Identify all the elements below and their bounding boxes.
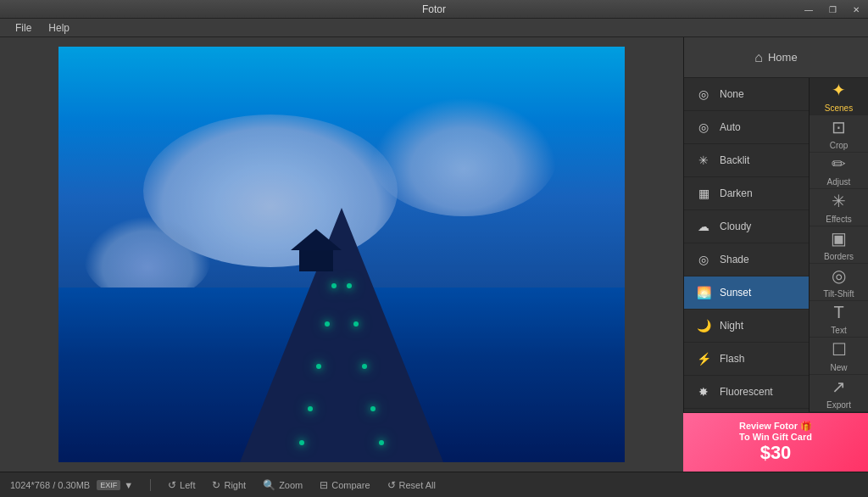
home-section: ⌂ Home [683, 37, 868, 78]
toolbar-label-crop: Crop [830, 141, 849, 150]
scene-icon-flash: ⚡ [694, 349, 713, 368]
menubar: File Help [0, 19, 868, 37]
toolbar-icon-export: ↗ [832, 377, 846, 397]
canvas-area [0, 37, 683, 472]
file-size-label: 1024*768 / 0.30MB [10, 480, 90, 490]
app-title: Fotor [422, 3, 446, 15]
toolbar-item-adjust[interactable]: ✏Adjust [810, 153, 869, 190]
toolbar-icon-effects: ✳ [832, 191, 846, 211]
toolbar-item-tiltshift[interactable]: ◎Tilt-Shift [810, 264, 869, 301]
scene-icon-fluorescent: ✸ [694, 383, 713, 401]
toolbar-label-export: Export [826, 400, 851, 410]
toolbar-label-scenes: Scenes [825, 103, 853, 113]
toolbar-icon-new: ☐ [832, 339, 847, 360]
zoom[interactable]: 🔍 Zoom [263, 479, 303, 491]
main-area: ⌂ Home ◎None◎Auto✳Backlit▦Darken☁Cloudy◎… [0, 37, 868, 472]
rotate-right-icon: ↻ [212, 479, 220, 491]
scene-label-flash: Flash [720, 353, 798, 365]
scene-label-shade: Shade [720, 254, 798, 265]
scene-label-auto: Auto [720, 121, 798, 133]
scene-label-cloudy: Cloudy [720, 221, 798, 232]
compare[interactable]: ⊟ Compare [320, 479, 370, 491]
rotate-left-icon: ↺ [168, 479, 176, 491]
ad-banner[interactable]: Review Fotor 🎁 To Win Gift Card $30 [683, 412, 868, 472]
toolbar-icon-text: T [833, 303, 843, 322]
minimize-button[interactable]: — [797, 0, 821, 19]
scene-label-darken: Darken [720, 187, 798, 199]
close-button[interactable]: ✕ [844, 0, 868, 19]
ad-line1: Review Fotor 🎁 [739, 421, 812, 432]
toolbar-icon-adjust: ✏ [832, 154, 846, 174]
titlebar: Fotor — ❐ ✕ [0, 0, 868, 19]
blue-overlay [58, 47, 625, 462]
toolbar-icon-tiltshift: ◎ [832, 265, 846, 286]
zoom-icon: 🔍 [263, 479, 275, 491]
scene-item-auto[interactable]: ◎Auto [684, 111, 809, 144]
scene-label-none: None [720, 88, 798, 100]
toolbar-icon-borders: ▣ [831, 228, 847, 248]
home-button[interactable]: ⌂ Home [737, 45, 814, 70]
scene-icon-none: ◎ [694, 85, 713, 103]
toolbar-item-effects[interactable]: ✳Effects [810, 189, 869, 226]
scene-item-flash[interactable]: ⚡Flash [684, 343, 809, 376]
scene-icon-night: 🌙 [694, 316, 713, 335]
toolbar-item-export[interactable]: ↗Export [810, 375, 869, 412]
scene-label-fluorescent: Fluorescent [720, 386, 798, 398]
toolbar-item-new[interactable]: ☐New [810, 338, 869, 375]
compare-label: Compare [331, 480, 370, 490]
separator [150, 479, 151, 491]
right-side: ⌂ Home ◎None◎Auto✳Backlit▦Darken☁Cloudy◎… [683, 37, 868, 472]
toolbar-item-crop[interactable]: ⊡Crop [810, 115, 869, 153]
ad-price: $30 [760, 442, 792, 464]
scene-icon-cloudy: ☁ [694, 217, 713, 236]
rotate-left[interactable]: ↺ Left [168, 479, 195, 491]
home-label: Home [768, 51, 798, 64]
toolbar-icon-scenes: ✦ [832, 80, 846, 100]
rotate-right[interactable]: ↻ Right [212, 479, 246, 491]
toolbar-label-new: New [830, 363, 847, 372]
menu-help[interactable]: Help [40, 20, 78, 36]
photo-canvas [58, 47, 625, 462]
scene-label-sunset: Sunset [720, 287, 798, 299]
reset-icon: ↺ [387, 479, 396, 491]
toolbar-item-borders[interactable]: ▣Borders [810, 226, 869, 264]
scene-item-shade[interactable]: ◎Shade [684, 243, 809, 276]
right-toolbar: ✦Scenes⊡Crop✏Adjust✳Effects▣Borders◎Tilt… [809, 78, 868, 412]
scene-icon-sunset: 🌅 [694, 283, 713, 302]
scene-icon-darken: ▦ [694, 184, 713, 203]
ad-line2: To Win Gift Card [739, 432, 812, 442]
left-label: Left [180, 480, 195, 490]
scene-item-fluorescent[interactable]: ✸Fluorescent [684, 376, 809, 409]
home-icon: ⌂ [754, 50, 763, 65]
scene-item-backlit[interactable]: ✳Backlit [684, 144, 809, 177]
toolbar-item-text[interactable]: TText [810, 301, 869, 338]
scene-label-night: Night [720, 320, 798, 332]
toolbar-item-scenes[interactable]: ✦Scenes [810, 78, 869, 115]
right-label: Right [224, 480, 246, 490]
toolbar-label-tiltshift: Tilt-Shift [823, 289, 854, 299]
menu-file[interactable]: File [7, 20, 40, 36]
scene-icon-shade: ◎ [694, 250, 713, 269]
toolbar-label-text: Text [831, 326, 846, 335]
scene-item-cloudy[interactable]: ☁Cloudy [684, 210, 809, 243]
scene-icon-backlit: ✳ [694, 151, 713, 170]
reset-label: Reset All [399, 480, 436, 490]
toolbar-label-borders: Borders [824, 252, 854, 261]
scene-item-none[interactable]: ◎None [684, 78, 809, 111]
statusbar: 1024*768 / 0.30MB EXIF ▼ ↺ Left ↻ Right … [0, 472, 868, 497]
exif-arrow: ▼ [124, 480, 133, 490]
reset-all[interactable]: ↺ Reset All [387, 479, 436, 491]
exif-badge[interactable]: EXIF [97, 480, 120, 490]
scene-item-night[interactable]: 🌙Night [684, 310, 809, 343]
window-controls: — ❐ ✕ [797, 0, 868, 19]
scene-item-darken[interactable]: ▦Darken [684, 177, 809, 210]
zoom-label: Zoom [279, 480, 303, 490]
scene-icon-auto: ◎ [694, 118, 713, 137]
compare-icon: ⊟ [320, 479, 328, 491]
toolbar-icon-crop: ⊡ [832, 117, 846, 137]
scene-item-sunset[interactable]: 🌅Sunset [684, 276, 809, 310]
restore-button[interactable]: ❐ [821, 0, 844, 19]
toolbar-label-adjust: Adjust [827, 177, 851, 187]
scene-label-backlit: Backlit [720, 154, 798, 166]
toolbar-label-effects: Effects [826, 215, 851, 224]
